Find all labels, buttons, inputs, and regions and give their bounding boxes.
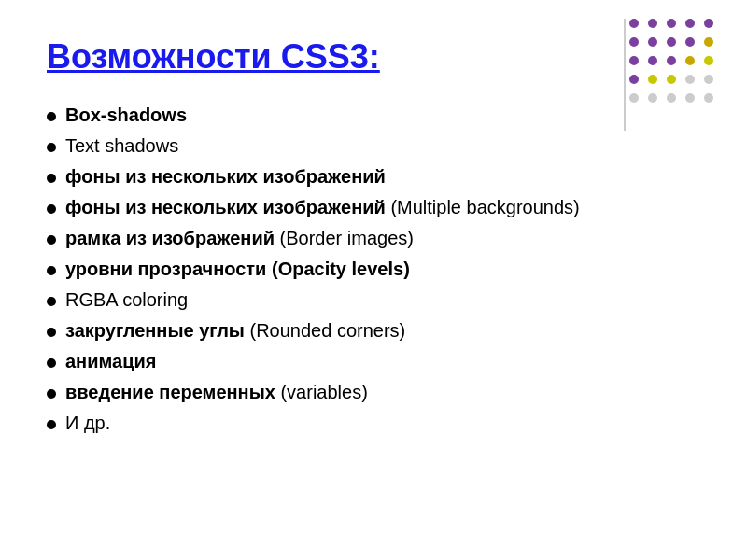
list-item-text: введение переменных (variables) xyxy=(65,382,368,403)
vertical-line xyxy=(624,19,626,131)
list-item: анимация xyxy=(47,351,700,372)
list-item: Box-shadows xyxy=(47,105,700,126)
list-item-text: И др. xyxy=(65,413,110,434)
list-item-text: Text shadows xyxy=(65,135,178,157)
decoration-dot xyxy=(704,37,713,47)
decoration-dot xyxy=(667,19,676,28)
list-item: И др. xyxy=(47,413,700,434)
decoration-dot xyxy=(629,56,639,65)
bullet-icon xyxy=(47,358,56,368)
decoration-dot xyxy=(685,75,695,84)
decoration-dot xyxy=(648,56,657,65)
features-list: Box-shadowsText shadowsфоны из нескольки… xyxy=(47,105,700,434)
decoration-dot xyxy=(704,19,713,28)
list-item: фоны из нескольких изображений xyxy=(47,166,700,188)
decoration-dot xyxy=(648,37,657,47)
bullet-icon xyxy=(47,143,56,152)
decoration-dot xyxy=(685,37,695,47)
decoration-dot xyxy=(667,93,676,103)
list-item-text: уровни прозрачности (Opacity levels) xyxy=(65,259,410,280)
list-item-text: анимация xyxy=(65,351,156,372)
decoration-dot xyxy=(648,75,657,84)
decoration-dot xyxy=(629,37,639,47)
decoration-dot xyxy=(685,19,695,28)
list-item: рамка из изображений (Border images) xyxy=(47,228,700,249)
decoration-dot xyxy=(685,93,695,103)
bullet-icon xyxy=(47,389,56,399)
decoration-dot xyxy=(648,93,657,103)
list-item-text: закругленные углы (Rounded corners) xyxy=(65,320,405,342)
decoration-dot xyxy=(685,56,695,65)
bullet-icon xyxy=(47,174,56,183)
bullet-icon xyxy=(47,297,56,306)
list-item: фоны из нескольких изображений (Multiple… xyxy=(47,197,700,218)
decoration-dot xyxy=(629,75,639,84)
list-item-text: Box-shadows xyxy=(65,105,187,126)
list-item: введение переменных (variables) xyxy=(47,382,700,403)
list-item: закругленные углы (Rounded corners) xyxy=(47,320,700,342)
decoration-dot xyxy=(667,37,676,47)
decoration-dot xyxy=(648,19,657,28)
list-item-text: рамка из изображений (Border images) xyxy=(65,228,414,249)
decoration-dot xyxy=(629,19,639,28)
page-title: Возможности CSS3: xyxy=(47,37,700,77)
decoration-dot xyxy=(667,75,676,84)
list-item: уровни прозрачности (Opacity levels) xyxy=(47,259,700,280)
list-item-text: фоны из нескольких изображений xyxy=(65,166,386,188)
bullet-icon xyxy=(47,112,56,121)
slide-container: Возможности CSS3: Box-shadowsText shadow… xyxy=(0,0,747,560)
list-item: Text shadows xyxy=(47,135,700,157)
list-item-text: RGBA coloring xyxy=(65,289,188,311)
bullet-icon xyxy=(47,420,56,429)
dot-grid-decoration xyxy=(629,19,719,108)
bullet-icon xyxy=(47,204,56,214)
decoration-dot xyxy=(629,93,639,103)
bullet-icon xyxy=(47,266,56,275)
list-item: RGBA coloring xyxy=(47,289,700,311)
bullet-icon xyxy=(47,235,56,245)
decoration-dot xyxy=(704,75,713,84)
decoration-dot xyxy=(667,56,676,65)
bullet-icon xyxy=(47,328,56,337)
list-item-text: фоны из нескольких изображений (Multiple… xyxy=(65,197,580,218)
decoration-dot xyxy=(704,56,713,65)
decoration-dot xyxy=(704,93,713,103)
